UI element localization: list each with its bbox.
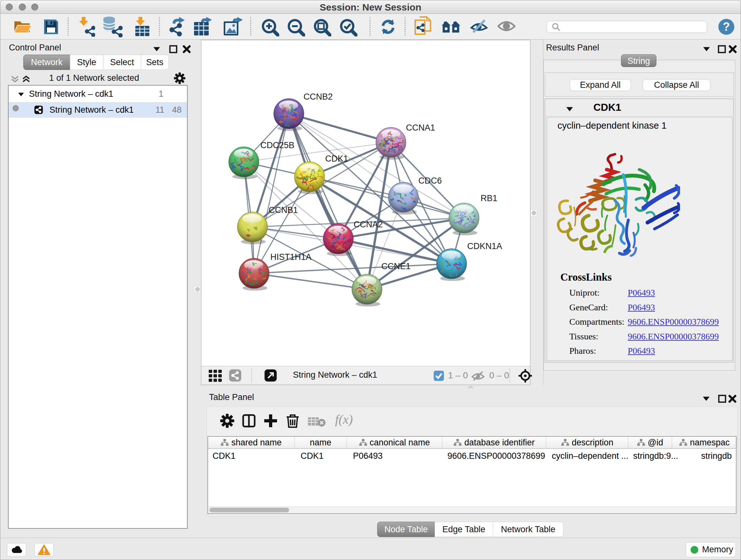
svg-text:HIST1H1A: HIST1H1A xyxy=(270,252,312,262)
svg-text:?: ? xyxy=(723,20,730,33)
svg-text:CCNA2: CCNA2 xyxy=(354,220,383,229)
svg-text:CCNA1: CCNA1 xyxy=(406,123,435,132)
svg-text:CDKN1A: CDKN1A xyxy=(467,241,502,251)
svg-text:CDK1: CDK1 xyxy=(325,154,348,164)
svg-text:CCNB1: CCNB1 xyxy=(269,205,298,215)
svg-text:CDC6: CDC6 xyxy=(418,176,442,186)
svg-text:RB1: RB1 xyxy=(481,193,497,203)
svg-text:CDC25B: CDC25B xyxy=(260,140,294,150)
svg-text:CCNE1: CCNE1 xyxy=(381,261,411,271)
svg-text:CCNB2: CCNB2 xyxy=(304,92,333,102)
